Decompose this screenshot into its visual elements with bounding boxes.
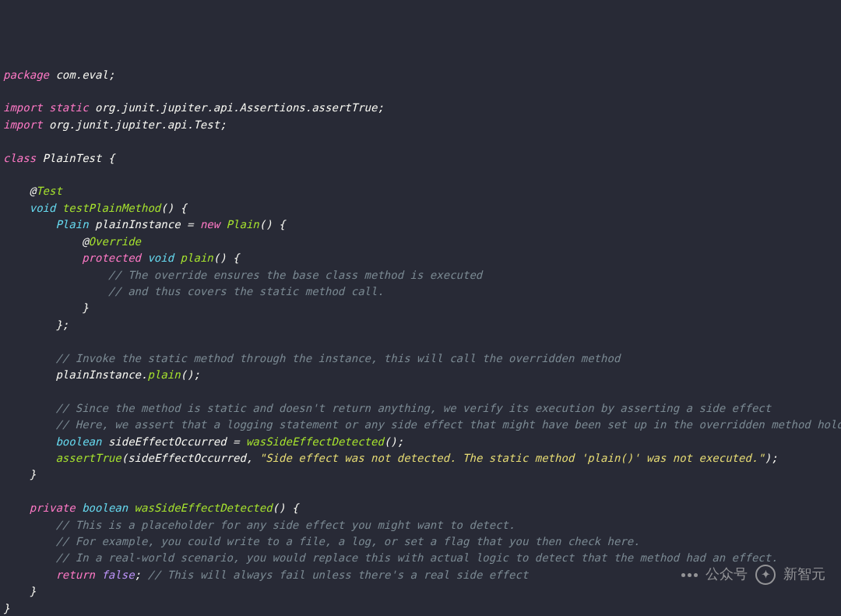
watermark: 公众号 ✦ 新智元 bbox=[681, 565, 825, 585]
keyword-package: package bbox=[3, 69, 49, 81]
comment: // For example, you could write to a fil… bbox=[55, 535, 639, 547]
code-editor: package com.eval; import static org.juni… bbox=[3, 67, 838, 616]
annotation-override: Override bbox=[89, 235, 141, 248]
fn-assert-true: assertTrue bbox=[55, 452, 121, 464]
keyword-boolean: boolean bbox=[55, 435, 101, 448]
method-name: testPlainMethod bbox=[55, 202, 160, 214]
comment: // and thus covers the static method cal… bbox=[108, 285, 384, 297]
type-plain: Plain bbox=[55, 218, 88, 231]
import-path: org.junit.jupiter.api.Test bbox=[43, 118, 220, 131]
method-name: wasSideEffectDetected bbox=[128, 502, 272, 514]
assert-arg: sideEffectOccurred, bbox=[128, 452, 259, 464]
keyword-new: new bbox=[200, 218, 220, 231]
comment: // Here, we assert that a logging statem… bbox=[55, 418, 841, 431]
watermark-brand: 新智元 bbox=[783, 566, 825, 583]
wechat-icon bbox=[681, 573, 698, 577]
var-side-effect: sideEffectOccurred bbox=[101, 435, 233, 448]
keyword-void: void bbox=[141, 252, 174, 264]
keyword-boolean: boolean bbox=[76, 502, 128, 514]
comment: // Since the method is static and doesn'… bbox=[55, 402, 771, 414]
keyword-import: import bbox=[3, 101, 43, 114]
comment: // This will always fail unless there's … bbox=[147, 568, 528, 581]
watermark-label: 公众号 bbox=[706, 566, 748, 583]
var-plain-instance: plainInstance bbox=[89, 218, 187, 231]
keyword-void: void bbox=[30, 202, 56, 214]
literal-false: false bbox=[95, 568, 135, 581]
comment: // This is a placeholder for any side ef… bbox=[55, 519, 515, 531]
method-plain: plain bbox=[174, 252, 213, 264]
keyword-return: return bbox=[55, 568, 95, 581]
import-path: org.junit.jupiter.api.Assertions.assertT… bbox=[89, 101, 378, 114]
call-target: plainInstance. bbox=[55, 368, 147, 381]
keyword-class: class bbox=[3, 152, 36, 164]
annotation-test: Test bbox=[36, 185, 62, 197]
call-method: plain bbox=[147, 368, 180, 381]
comment: // In a real-world scenario, you would r… bbox=[55, 551, 777, 564]
comment: // Invoke the static method through the … bbox=[55, 352, 620, 364]
package-name: com.eval bbox=[49, 69, 108, 81]
string-literal: "Side effect was not detected. The stati… bbox=[259, 452, 765, 464]
keyword-protected: protected bbox=[82, 252, 141, 264]
class-name: PlainTest bbox=[36, 152, 108, 164]
keyword-static: static bbox=[43, 101, 89, 114]
keyword-private: private bbox=[30, 502, 76, 514]
brand-ring-icon: ✦ bbox=[755, 565, 776, 585]
ctor-plain: Plain bbox=[220, 218, 259, 231]
fn-was-side-effect: wasSideEffectDetected bbox=[246, 435, 384, 448]
comment: // The override ensures the base class m… bbox=[108, 269, 482, 281]
keyword-import: import bbox=[3, 118, 43, 131]
